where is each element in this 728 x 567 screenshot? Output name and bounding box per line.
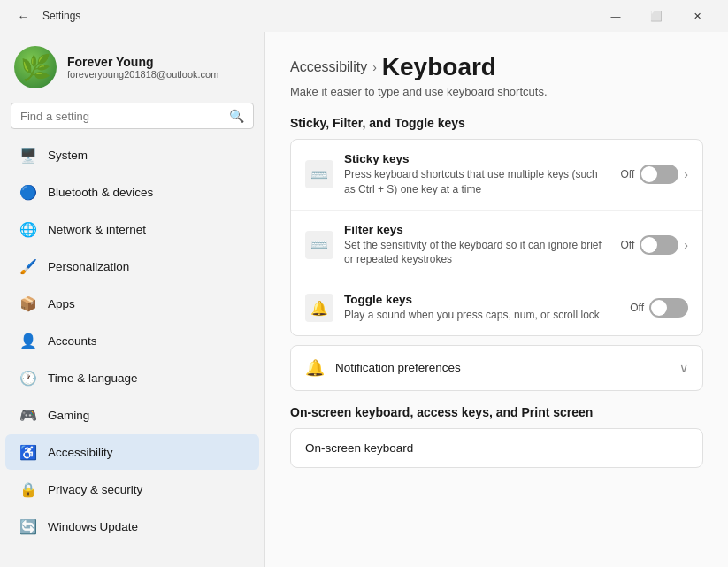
toggle-keys-row[interactable]: 🔔 Toggle keys Play a sound when you pres… — [291, 280, 702, 335]
breadcrumb-parent[interactable]: Accessibility — [290, 59, 367, 75]
search-box[interactable]: 🔍 — [11, 103, 254, 129]
sticky-keys-chevron-icon: › — [684, 167, 688, 181]
filter-keys-title: Filter keys — [344, 223, 610, 236]
sticky-keys-title: Sticky keys — [344, 152, 610, 165]
sticky-keys-desc: Press keyboard shortcuts that use multip… — [344, 167, 610, 197]
toggle-keys-content: Toggle keys Play a sound when you press … — [344, 293, 619, 323]
user-name: Forever Young — [67, 55, 218, 69]
back-button[interactable]: ← — [11, 4, 35, 28]
user-email: foreveryoung201818@outlook.com — [67, 69, 218, 80]
privacy-icon: 🔒 — [19, 480, 37, 498]
content-area: Accessibility › Keyboard Make it easier … — [265, 32, 728, 567]
search-icon: 🔍 — [229, 109, 244, 123]
sticky-keys-icon: ⌨️ — [305, 160, 333, 188]
gaming-icon: 🎮 — [19, 406, 37, 424]
app-body: 🌿 Forever Young foreveryoung201818@outlo… — [0, 32, 728, 567]
sticky-keys-content: Sticky keys Press keyboard shortcuts tha… — [344, 152, 610, 197]
time-icon: 🕐 — [19, 369, 37, 387]
system-icon: 🖥️ — [19, 146, 37, 164]
toggle-keys-title: Toggle keys — [344, 293, 619, 306]
page-subtitle: Make it easier to type and use keyboard … — [290, 85, 703, 98]
nav-personalization[interactable]: 🖌️ Personalization — [5, 249, 259, 284]
nav-system[interactable]: 🖥️ System — [5, 137, 259, 172]
notification-icon: 🔔 — [305, 358, 325, 378]
breadcrumb-current: Keyboard — [382, 53, 496, 81]
breadcrumb-chevron-icon: › — [372, 60, 377, 74]
filter-keys-content: Filter keys Set the sensitivity of the k… — [344, 223, 610, 268]
breadcrumb: Accessibility › Keyboard — [290, 53, 703, 81]
nav-system-label: System — [48, 149, 88, 162]
avatar: 🌿 — [14, 46, 57, 88]
window-controls: — ⬜ ✕ — [595, 0, 717, 32]
nav-apps-label: Apps — [48, 297, 75, 310]
filter-keys-toggle[interactable] — [640, 235, 678, 255]
maximize-button[interactable]: ⬜ — [636, 0, 677, 32]
toggle-keys-toggle-label: Off — [630, 302, 644, 314]
search-input[interactable] — [20, 110, 222, 123]
onscreen-keyboard-label: On-screen keyboard — [305, 441, 413, 455]
accounts-icon: 👤 — [19, 332, 37, 349]
notification-label: Notification preferences — [335, 361, 669, 374]
nav-gaming-label: Gaming — [48, 409, 89, 422]
filter-keys-desc: Set the sensitivity of the keyboard so i… — [344, 238, 610, 268]
nav-time[interactable]: 🕐 Time & language — [5, 360, 259, 395]
nav-network-label: Network & internet — [48, 223, 146, 236]
nav-update[interactable]: 🔄 Windows Update — [5, 509, 259, 544]
nav-personalization-label: Personalization — [48, 260, 129, 273]
section2-heading: On-screen keyboard, access keys, and Pri… — [290, 405, 703, 419]
close-button[interactable]: ✕ — [677, 0, 717, 32]
toggle-keys-knob — [651, 300, 667, 316]
nav-accessibility[interactable]: ♿ Accessibility — [5, 434, 259, 470]
user-info: Forever Young foreveryoung201818@outlook… — [67, 55, 218, 80]
filter-keys-chevron-icon: › — [684, 238, 688, 252]
nav-update-label: Windows Update — [48, 520, 138, 533]
nav-bluetooth[interactable]: 🔵 Bluetooth & devices — [5, 174, 259, 210]
network-icon: 🌐 — [19, 220, 37, 238]
sticky-keys-controls: Off › — [621, 165, 688, 184]
filter-keys-icon: ⌨️ — [305, 231, 333, 259]
sidebar: 🌿 Forever Young foreveryoung201818@outlo… — [0, 32, 265, 567]
user-profile[interactable]: 🌿 Forever Young foreveryoung201818@outlo… — [0, 32, 264, 99]
nav-privacy[interactable]: 🔒 Privacy & security — [5, 471, 259, 507]
nav-bluetooth-label: Bluetooth & devices — [48, 186, 153, 199]
update-icon: 🔄 — [19, 517, 37, 535]
nav-privacy-label: Privacy & security — [48, 483, 142, 496]
toggle-keys-desc: Play a sound when you press caps, num, o… — [344, 308, 619, 323]
nav-accounts-label: Accounts — [48, 334, 97, 348]
notification-preferences-row[interactable]: 🔔 Notification preferences ∨ — [290, 345, 703, 391]
filter-keys-controls: Off › — [621, 235, 688, 255]
sticky-keys-toggle-label: Off — [621, 168, 635, 180]
nav-gaming[interactable]: 🎮 Gaming — [5, 397, 259, 433]
notification-chevron-down-icon: ∨ — [679, 361, 688, 375]
sticky-keys-row[interactable]: ⌨️ Sticky keys Press keyboard shortcuts … — [291, 140, 702, 211]
filter-keys-toggle-label: Off — [621, 239, 635, 251]
nav-apps[interactable]: 📦 Apps — [5, 286, 259, 321]
section1-heading: Sticky, Filter, and Toggle keys — [290, 116, 703, 130]
keyboard-settings-card: ⌨️ Sticky keys Press keyboard shortcuts … — [290, 139, 703, 336]
sticky-keys-knob — [641, 166, 657, 182]
toggle-keys-icon: 🔔 — [305, 294, 333, 322]
apps-icon: 📦 — [19, 295, 37, 312]
sticky-keys-toggle[interactable] — [640, 165, 678, 184]
nav-accessibility-label: Accessibility — [48, 446, 113, 459]
title-bar-left: ← Settings — [11, 4, 80, 28]
nav-accounts[interactable]: 👤 Accounts — [5, 323, 259, 358]
nav-time-label: Time & language — [48, 372, 138, 385]
filter-keys-row[interactable]: ⌨️ Filter keys Set the sensitivity of th… — [291, 211, 702, 281]
onscreen-keyboard-row[interactable]: On-screen keyboard — [290, 428, 703, 468]
minimize-button[interactable]: — — [595, 0, 636, 32]
filter-keys-knob — [641, 237, 657, 253]
nav-network[interactable]: 🌐 Network & internet — [5, 211, 259, 247]
personalization-icon: 🖌️ — [19, 257, 37, 275]
bluetooth-icon: 🔵 — [19, 183, 37, 201]
accessibility-icon: ♿ — [19, 443, 37, 461]
toggle-keys-controls: Off — [630, 298, 688, 318]
window-title: Settings — [42, 10, 80, 22]
title-bar: ← Settings — ⬜ ✕ — [0, 0, 728, 32]
toggle-keys-toggle[interactable] — [649, 298, 688, 318]
